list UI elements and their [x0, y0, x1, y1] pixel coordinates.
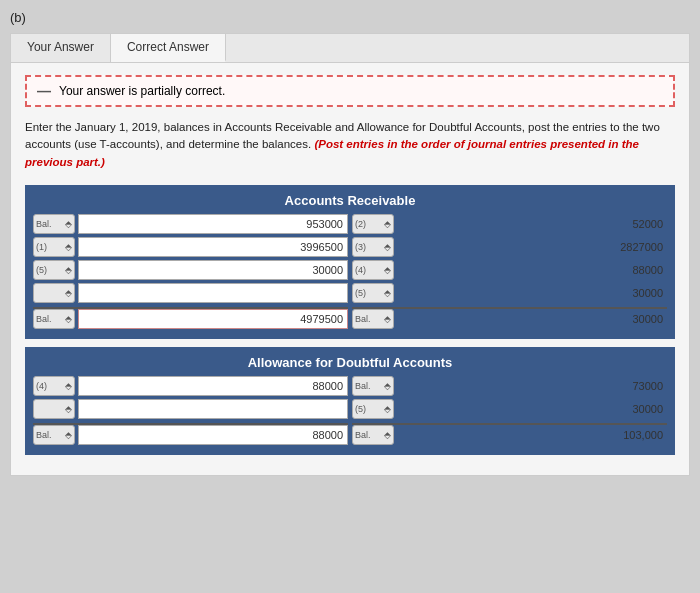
- ar-right-label-3[interactable]: (5)⬘: [352, 283, 394, 303]
- ar-right-row-3: (5)⬘ 30000: [352, 283, 667, 303]
- allow-right-value-total: 103,000: [397, 425, 667, 445]
- allow-right-row-total: Bal.⬘ 103,000: [352, 423, 667, 445]
- allow-left-row-0: (4)⬘ 88000: [33, 376, 348, 396]
- allow-right-row-0: Bal.⬘ 73000: [352, 376, 667, 396]
- allow-right-label-total[interactable]: Bal.⬘: [352, 425, 394, 445]
- allow-left-label-1[interactable]: ⬘: [33, 399, 75, 419]
- instruction-block: Enter the January 1, 2019, balances in A…: [25, 119, 675, 171]
- allowance-grid: (4)⬘ 88000 ⬘: [33, 376, 667, 445]
- ar-right-label-1[interactable]: (3)⬘: [352, 237, 394, 257]
- ar-left-col: Bal.⬘ 953000 (1)⬘ 3996500: [33, 214, 348, 329]
- accounts-receivable-section: Accounts Receivable Bal.⬘ 953000: [25, 185, 675, 339]
- ar-right-value-0: 52000: [397, 214, 667, 234]
- allow-left-value-0[interactable]: 88000: [78, 376, 348, 396]
- allow-left-row-1: ⬘: [33, 399, 348, 419]
- allow-right-label-1[interactable]: (5)⬘: [352, 399, 394, 419]
- allowance-title: Allowance for Doubtful Accounts: [33, 351, 667, 376]
- ar-right-value-3: 30000: [397, 283, 667, 303]
- ar-left-label-total[interactable]: Bal.⬘: [33, 309, 75, 329]
- ar-right-value-1: 2827000: [397, 237, 667, 257]
- ar-left-label-0[interactable]: Bal.⬘: [33, 214, 75, 234]
- allow-right-value-0: 73000: [397, 376, 667, 396]
- ar-right-row-total: Bal.⬘ 30000: [352, 307, 667, 329]
- ar-left-value-1[interactable]: 3996500: [78, 237, 348, 257]
- ar-left-label-2[interactable]: (5)⬘: [33, 260, 75, 280]
- tab-panel: Your Answer Correct Answer — Your answer…: [10, 33, 690, 476]
- ar-left-row-3: ⬘: [33, 283, 348, 303]
- tab-correct-answer[interactable]: Correct Answer: [111, 34, 226, 62]
- ar-grid: Bal.⬘ 953000 (1)⬘ 3996500: [33, 214, 667, 329]
- allow-right-value-1: 30000: [397, 399, 667, 419]
- allowance-section: Allowance for Doubtful Accounts (4)⬘ 880…: [25, 347, 675, 455]
- allowance-left-col: (4)⬘ 88000 ⬘: [33, 376, 348, 445]
- ar-right-label-2[interactable]: (4)⬘: [352, 260, 394, 280]
- ar-left-value-2[interactable]: 30000: [78, 260, 348, 280]
- allow-right-label-0[interactable]: Bal.⬘: [352, 376, 394, 396]
- ar-right-row-0: (2)⬘ 52000: [352, 214, 667, 234]
- allow-left-label-total[interactable]: Bal.⬘: [33, 425, 75, 445]
- partial-correct-message: Your answer is partially correct.: [59, 84, 225, 98]
- dash-icon: —: [37, 83, 51, 99]
- ar-left-row-2: (5)⬘ 30000: [33, 260, 348, 280]
- allow-right-row-1: (5)⬘ 30000: [352, 399, 667, 419]
- ar-left-value-0[interactable]: 953000: [78, 214, 348, 234]
- tab-your-answer[interactable]: Your Answer: [11, 34, 111, 62]
- section-label: (b): [10, 10, 690, 25]
- ar-right-value-total: 30000: [397, 309, 667, 329]
- allow-left-row-total: Bal.⬘ 88000: [33, 423, 348, 445]
- ar-left-label-1[interactable]: (1)⬘: [33, 237, 75, 257]
- allow-left-value-1[interactable]: [78, 399, 348, 419]
- ar-left-row-0: Bal.⬘ 953000: [33, 214, 348, 234]
- ar-right-row-1: (3)⬘ 2827000: [352, 237, 667, 257]
- accounts-receivable-title: Accounts Receivable: [33, 189, 667, 214]
- ar-left-row-1: (1)⬘ 3996500: [33, 237, 348, 257]
- ar-right-value-2: 88000: [397, 260, 667, 280]
- ar-right-label-total[interactable]: Bal.⬘: [352, 309, 394, 329]
- ar-left-value-total[interactable]: 4979500: [78, 309, 348, 329]
- ar-left-row-total: Bal.⬘ 4979500: [33, 307, 348, 329]
- page-wrapper: (b) Your Answer Correct Answer — Your an…: [10, 10, 690, 476]
- ar-left-label-3[interactable]: ⬘: [33, 283, 75, 303]
- allow-left-label-0[interactable]: (4)⬘: [33, 376, 75, 396]
- ar-left-value-3[interactable]: [78, 283, 348, 303]
- allow-left-value-total[interactable]: 88000: [78, 425, 348, 445]
- ar-right-col: (2)⬘ 52000 (3)⬘ 2827000: [352, 214, 667, 329]
- ar-right-label-0[interactable]: (2)⬘: [352, 214, 394, 234]
- tabs-bar: Your Answer Correct Answer: [11, 34, 689, 63]
- ar-right-row-2: (4)⬘ 88000: [352, 260, 667, 280]
- tab-content: — Your answer is partially correct. Ente…: [11, 63, 689, 475]
- partial-correct-box: — Your answer is partially correct.: [25, 75, 675, 107]
- allowance-right-col: Bal.⬘ 73000 (5)⬘ 30000: [352, 376, 667, 445]
